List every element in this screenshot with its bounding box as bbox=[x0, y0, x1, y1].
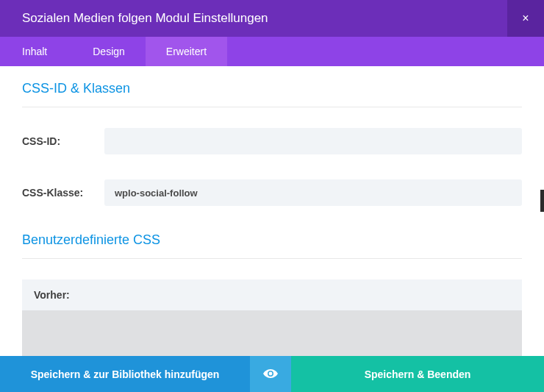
tab-bar: Inhalt Design Erweitert bbox=[0, 37, 544, 66]
footer-bar: Speichern & zur Bibliothek hinzufügen Sp… bbox=[0, 356, 544, 392]
css-class-input[interactable] bbox=[104, 179, 522, 206]
modal-title: Sozialen Medien folgen Modul Einstellung… bbox=[0, 11, 268, 26]
tab-design[interactable]: Design bbox=[72, 37, 146, 66]
scrollbar[interactable] bbox=[540, 190, 544, 212]
tab-inhalt[interactable]: Inhalt bbox=[0, 37, 72, 66]
css-id-label: CSS-ID: bbox=[22, 135, 104, 147]
close-button[interactable]: × bbox=[507, 0, 544, 37]
title-bar: Sozialen Medien folgen Modul Einstellung… bbox=[0, 0, 544, 37]
section-title-custom-css: Benutzerdefinierte CSS bbox=[22, 232, 522, 259]
section-title-css-id-classes: CSS-ID & Klassen bbox=[22, 81, 522, 107]
save-and-exit-button[interactable]: Speichern & Beenden bbox=[291, 356, 544, 392]
save-to-library-button[interactable]: Speichern & zur Bibliothek hinzufügen bbox=[0, 356, 250, 392]
custom-css-before-body[interactable] bbox=[22, 310, 522, 356]
custom-css-box: Vorher: bbox=[22, 279, 522, 356]
preview-button[interactable] bbox=[250, 356, 291, 392]
tab-erweitert[interactable]: Erweitert bbox=[146, 37, 227, 66]
field-row-css-id: CSS-ID: bbox=[22, 128, 522, 154]
css-id-input[interactable] bbox=[104, 128, 522, 154]
css-class-label: CSS-Klasse: bbox=[22, 187, 104, 199]
close-icon: × bbox=[522, 12, 529, 25]
field-row-css-class: CSS-Klasse: bbox=[22, 179, 522, 206]
eye-icon bbox=[263, 368, 278, 380]
custom-css-before-label: Vorher: bbox=[22, 279, 522, 310]
content-panel: CSS-ID & Klassen CSS-ID: CSS-Klasse: Ben… bbox=[0, 66, 544, 356]
